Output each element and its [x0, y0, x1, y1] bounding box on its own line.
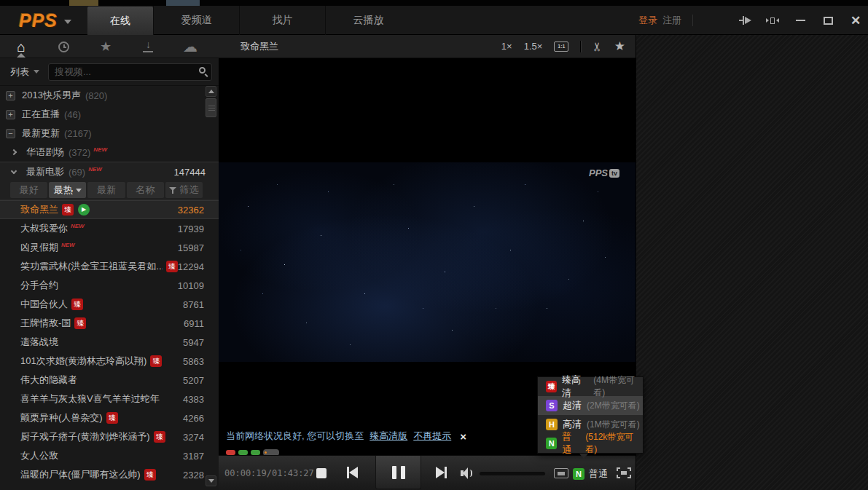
active-tab-indicator: [17, 53, 26, 58]
tab-在线[interactable]: 在线: [87, 7, 153, 35]
tree-item-label: 华语剧场: [26, 146, 64, 159]
volume-button[interactable]: [461, 467, 472, 479]
dismiss-link[interactable]: 不再提示: [413, 430, 451, 443]
movie-row[interactable]: 101次求婚(黄渤林志玲高以翔)臻5863: [0, 352, 219, 371]
scroll-up-button[interactable]: [206, 86, 216, 97]
sort-button-最热[interactable]: 最热: [49, 182, 86, 198]
movie-play-count: 4383: [183, 394, 204, 405]
sort-button-最新[interactable]: 最新: [87, 182, 125, 198]
new-badge: NEW: [93, 146, 107, 153]
volume-slider[interactable]: [480, 472, 545, 475]
pause-button[interactable]: [375, 456, 421, 489]
zoom-15x-button[interactable]: 1.5×: [524, 41, 543, 52]
app-menu-button[interactable]: PPS: [0, 6, 86, 35]
quality-button-label: 普通: [589, 467, 608, 481]
mini-mode-button[interactable]: [554, 468, 568, 478]
quality-option-普通[interactable]: N普通(512k带宽可看): [538, 434, 643, 453]
zoom-1x-button[interactable]: 1×: [501, 41, 512, 52]
movie-row[interactable]: 颤栗异种(人兽杂交)臻4266: [0, 408, 219, 427]
tree-expander-icon[interactable]: [10, 150, 26, 154]
history-tab[interactable]: [42, 35, 85, 58]
fullscreen-icon: [627, 467, 631, 471]
tree-item[interactable]: 最新电影(69)NEW147444: [0, 162, 219, 181]
pause-icon: [401, 466, 405, 479]
login-link[interactable]: 登录: [638, 14, 657, 27]
movie-row[interactable]: 大叔我爱你NEW17939: [0, 219, 219, 238]
movie-row[interactable]: 女人公敌3187: [0, 446, 219, 465]
quality-selector-button[interactable]: N 普通: [573, 467, 608, 481]
next-icon: [436, 467, 445, 478]
movie-title: 厨子戏子痞子(黄渤刘烨张涵予): [20, 430, 150, 443]
new-badge: NEW: [61, 242, 75, 248]
sort-button-label: 名称: [136, 183, 155, 197]
minus-icon: −: [6, 129, 15, 138]
movie-row[interactable]: 厨子戏子痞子(黄渤刘烨张涵予)臻3274: [0, 427, 219, 446]
fullscreen-button[interactable]: [617, 467, 631, 478]
chevron-down-icon: [11, 167, 17, 173]
sort-button-筛选[interactable]: 筛选: [165, 182, 203, 198]
actual-size-button[interactable]: 1:1: [554, 42, 568, 52]
list-dropdown[interactable]: 列表: [10, 66, 39, 79]
pps-tv-watermark: PPS tv: [589, 167, 619, 178]
pin-icon: [743, 16, 744, 25]
message-close-icon[interactable]: ×: [460, 430, 466, 443]
sort-button-最好[interactable]: 最好: [10, 182, 47, 198]
tree-item[interactable]: −最新更新(2167): [0, 124, 219, 143]
close-button[interactable]: ✕: [849, 14, 862, 27]
search-icon[interactable]: [199, 67, 206, 74]
quality-option-超清[interactable]: S超清(2M带宽可看): [538, 396, 643, 415]
speaker-icon: [469, 470, 472, 477]
new-badge: NEW: [88, 166, 102, 173]
sidebar-search-row: 列表: [0, 58, 219, 86]
scroll-down-button[interactable]: [206, 475, 216, 486]
tree-item[interactable]: +2013快乐男声(820): [0, 86, 219, 105]
movie-row[interactable]: 温暖的尸体(僵尸哪有这么帅)臻2328: [0, 465, 219, 484]
scrollbar-thumb[interactable]: [206, 98, 216, 117]
tab-云播放[interactable]: 云播放: [325, 6, 411, 35]
movie-row[interactable]: 王牌情敌-国臻6911: [0, 314, 219, 333]
quality-option-label: 臻高清: [562, 374, 588, 400]
movie-row[interactable]: 凶灵假期NEW15987: [0, 238, 219, 257]
tree-item[interactable]: 华语剧场(372)NEW: [0, 143, 219, 162]
search-input[interactable]: [55, 64, 189, 80]
download-tab[interactable]: ↓: [127, 35, 169, 58]
tree-item[interactable]: +正在直播(46): [0, 105, 219, 124]
quality-option-臻高清[interactable]: 臻臻高清(4M带宽可看): [538, 377, 643, 396]
stop-button[interactable]: [316, 468, 327, 478]
pin-button[interactable]: [738, 14, 751, 27]
sort-button-名称[interactable]: 名称: [127, 182, 164, 198]
tree-expander-icon[interactable]: +: [6, 91, 22, 100]
home-icon: ⌂: [17, 40, 25, 54]
movie-row[interactable]: 中国合伙人臻8761: [0, 295, 219, 314]
next-button[interactable]: [436, 467, 447, 478]
switch-quality-link[interactable]: 臻高清版: [370, 430, 407, 443]
tab-爱频道[interactable]: 爱频道: [153, 6, 239, 35]
quality-badge-icon: H: [546, 419, 558, 430]
movie-row[interactable]: 致命黑兰臻▶32362: [0, 200, 219, 219]
favorites-tab[interactable]: ★: [85, 35, 127, 58]
register-link[interactable]: 注册: [662, 14, 681, 27]
quality-bandwidth-note: (2M带宽可看): [587, 400, 640, 412]
movie-title: 致命黑兰: [20, 203, 58, 216]
tab-找片[interactable]: 找片: [239, 6, 325, 35]
movie-row[interactable]: 喜羊羊与灰太狼V喜气羊羊过蛇年4383: [0, 390, 219, 408]
window-controls: ✕: [738, 6, 862, 35]
quality-bandwidth-note: (4M带宽可看): [593, 374, 643, 399]
previous-button[interactable]: [347, 467, 358, 478]
minimize-button[interactable]: [794, 14, 807, 27]
playing-icon[interactable]: ▶: [78, 204, 90, 216]
tree-expander-icon[interactable]: −: [6, 129, 22, 138]
clip-scissors-button[interactable]: ✂: [592, 42, 603, 51]
movie-row[interactable]: 伟大的隐藏者5207: [0, 371, 219, 390]
movie-row[interactable]: 分手合约10109: [0, 276, 219, 295]
movie-row[interactable]: 遗落战境5947: [0, 333, 219, 352]
tree-expander-icon[interactable]: [10, 171, 26, 173]
minimize-icon: [796, 20, 805, 21]
tree-expander-icon[interactable]: +: [6, 110, 22, 119]
favorite-star-button[interactable]: ★: [614, 40, 625, 52]
movie-row[interactable]: 笑功震武林(洪金宝王祖蓝吴君如...臻12294: [0, 257, 219, 276]
right-texture-panel: [636, 35, 868, 490]
maximize-button[interactable]: [821, 14, 834, 27]
compact-mode-button[interactable]: [766, 14, 779, 27]
cloud-tab[interactable]: ☁: [169, 35, 211, 58]
